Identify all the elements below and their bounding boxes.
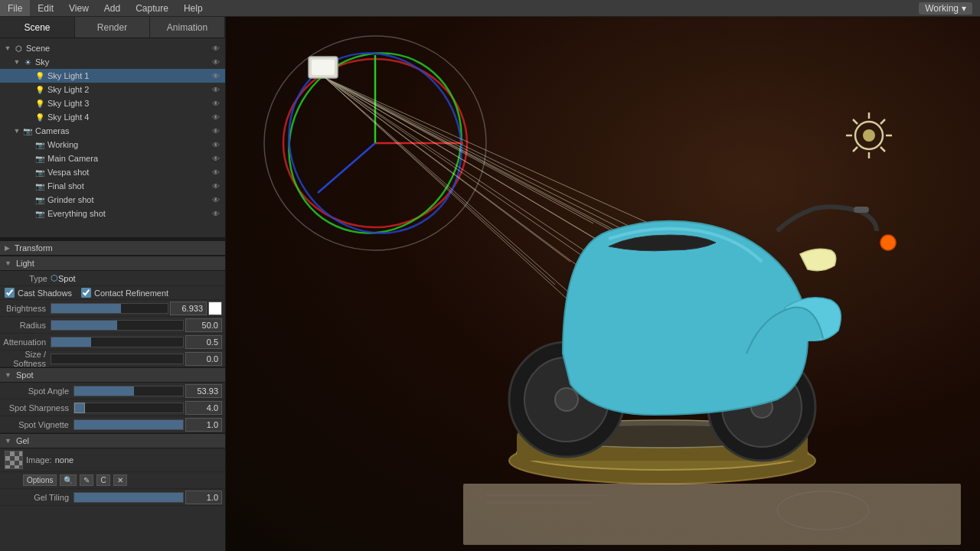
scene-label: Scene	[26, 44, 210, 53]
sl1-vis[interactable]: 👁	[210, 72, 222, 80]
fs-vis[interactable]: 👁	[210, 182, 222, 191]
svg-line-49	[880, 147, 885, 152]
menu-edit[interactable]: Edit	[30, 0, 61, 16]
gel-section-header[interactable]: ▼ Gel	[0, 433, 225, 448]
brightness-slider[interactable]	[51, 303, 168, 314]
sl3-vis[interactable]: 👁	[210, 99, 222, 108]
svg-line-18	[325, 78, 555, 285]
tab-scene[interactable]: Scene	[0, 17, 75, 37]
brightness-label: Brightness	[3, 304, 49, 313]
size-softness-slider[interactable]	[51, 354, 184, 364]
tree-item-skylight1[interactable]: 💡 Sky Light 1 👁	[0, 69, 225, 83]
wk-vis[interactable]: 👁	[210, 141, 222, 149]
light-section-header[interactable]: ▼ Light	[0, 256, 225, 271]
cast-shadows-checkbox[interactable]	[5, 288, 15, 298]
attenuation-input[interactable]	[185, 335, 222, 349]
brightness-color[interactable]	[208, 302, 222, 315]
gel-search-button[interactable]: 🔍	[60, 474, 77, 486]
tree-item-maincam[interactable]: 📷 Main Camera 👁	[0, 152, 225, 165]
spot-vignette-input[interactable]	[185, 418, 222, 432]
scene-arrow: ▼	[3, 44, 12, 52]
menu-help[interactable]: Help	[176, 0, 211, 16]
workspace-selector[interactable]: Working ▾	[919, 2, 972, 15]
tree-item-skylight3[interactable]: 💡 Sky Light 3 👁	[0, 96, 225, 110]
gs-vis[interactable]: 👁	[210, 196, 222, 204]
svg-rect-8	[312, 60, 335, 75]
viewport[interactable]	[226, 17, 980, 551]
menu-view[interactable]: View	[61, 0, 96, 16]
spot-sharpness-slider[interactable]	[74, 403, 184, 413]
gel-tiling-input[interactable]	[185, 491, 222, 504]
transform-arrow: ▶	[5, 244, 10, 252]
tree-item-skylight4[interactable]: 💡 Sky Light 4 👁	[0, 110, 225, 124]
mc-vis[interactable]: 👁	[210, 155, 222, 163]
sl3-icon: 💡	[34, 99, 46, 108]
gel-edit-button[interactable]: ✎	[80, 474, 93, 486]
brightness-input[interactable]	[170, 302, 207, 315]
spot-angle-input[interactable]	[185, 384, 222, 398]
spot-angle-slider[interactable]	[74, 386, 184, 396]
cams-vis[interactable]: 👁	[210, 127, 222, 135]
spot-angle-label: Spot Angle	[3, 386, 72, 396]
svg-line-47	[880, 119, 885, 124]
sl2-vis[interactable]: 👁	[210, 86, 222, 94]
menu-capture[interactable]: Capture	[128, 0, 176, 16]
radius-input[interactable]	[185, 318, 222, 332]
viewport-scene	[226, 17, 980, 551]
tree-item-grindershot[interactable]: 📷 Grinder shot 👁	[0, 193, 225, 207]
menu-file[interactable]: File	[0, 0, 30, 16]
attenuation-slider[interactable]	[51, 337, 184, 347]
svg-point-36	[880, 235, 896, 250]
sl4-vis[interactable]: 👁	[210, 113, 222, 122]
tab-render[interactable]: Render	[75, 17, 150, 37]
size-softness-input[interactable]	[185, 352, 222, 366]
spot-label: Spot	[16, 370, 34, 380]
transform-section-header[interactable]: ▶ Transform	[0, 240, 225, 256]
menubar: File Edit View Add Capture Help Working …	[0, 0, 980, 17]
vs-vis[interactable]: 👁	[210, 168, 222, 177]
scene-icon: ⬡	[12, 44, 24, 53]
sl4-label: Sky Light 4	[47, 112, 210, 122]
gel-tiling-slider[interactable]	[74, 492, 184, 503]
tree-item-finalshot[interactable]: 📷 Final shot 👁	[0, 179, 225, 193]
gel-options-row: Options 🔍 ✎ C ✕	[0, 472, 225, 489]
tree-item-scene[interactable]: ▼ ⬡ Scene 👁	[0, 41, 225, 55]
es-label: Everything shot	[47, 209, 210, 218]
contact-refinement-checkbox[interactable]	[81, 288, 91, 298]
tree-item-everythingshot[interactable]: 📷 Everything shot 👁	[0, 207, 225, 220]
gel-label: Gel	[16, 436, 29, 445]
cast-shadows-label[interactable]: Cast Shadows	[5, 288, 72, 298]
spot-sharpness-input[interactable]	[185, 401, 222, 415]
tree-item-working[interactable]: 📷 Working 👁	[0, 138, 225, 152]
tab-animation[interactable]: Animation	[150, 17, 225, 37]
spot-section-header[interactable]: ▼ Spot	[0, 367, 225, 383]
sl2-icon: 💡	[34, 86, 46, 94]
sky-vis[interactable]: 👁	[210, 58, 222, 67]
tree-item-sky[interactable]: ▼ ☀ Sky 👁	[0, 55, 225, 69]
radius-slider[interactable]	[51, 320, 184, 331]
tree-item-cameras[interactable]: ▼ 📷 Cameras 👁	[0, 124, 225, 138]
gel-tiling-row: Gel Tiling	[0, 489, 225, 506]
tree-item-vespashot[interactable]: 📷 Vespa shot 👁	[0, 165, 225, 179]
menu-add[interactable]: Add	[96, 0, 128, 16]
tab-bar: Scene Render Animation	[0, 17, 225, 38]
gel-options-button[interactable]: Options	[23, 474, 57, 486]
svg-point-50	[863, 129, 875, 142]
scene-vis[interactable]: 👁	[210, 44, 222, 53]
cams-icon: 📷	[21, 127, 34, 135]
es-vis[interactable]: 👁	[210, 210, 222, 218]
spot-vignette-label: Spot Vignette	[3, 420, 72, 429]
es-icon: 📷	[34, 210, 46, 218]
svg-line-13	[325, 78, 570, 262]
spot-vignette-slider[interactable]	[74, 419, 184, 430]
main-area: Scene Render Animation ▼ ⬡ Scene 👁 ▼ ☀ S…	[0, 17, 980, 551]
tree-item-skylight2[interactable]: 💡 Sky Light 2 👁	[0, 83, 225, 96]
sl1-label: Sky Light 1	[47, 71, 210, 80]
contact-refinement-label[interactable]: Contact Refinement	[81, 288, 168, 298]
sl3-label: Sky Light 3	[47, 99, 210, 108]
gel-clear-button[interactable]: C	[96, 474, 109, 486]
type-value[interactable]: Spot	[58, 274, 220, 283]
type-dropdown-icon: ⬡	[51, 273, 58, 283]
gel-delete-button[interactable]: ✕	[113, 474, 127, 486]
attenuation-row: Attenuation	[0, 334, 225, 350]
